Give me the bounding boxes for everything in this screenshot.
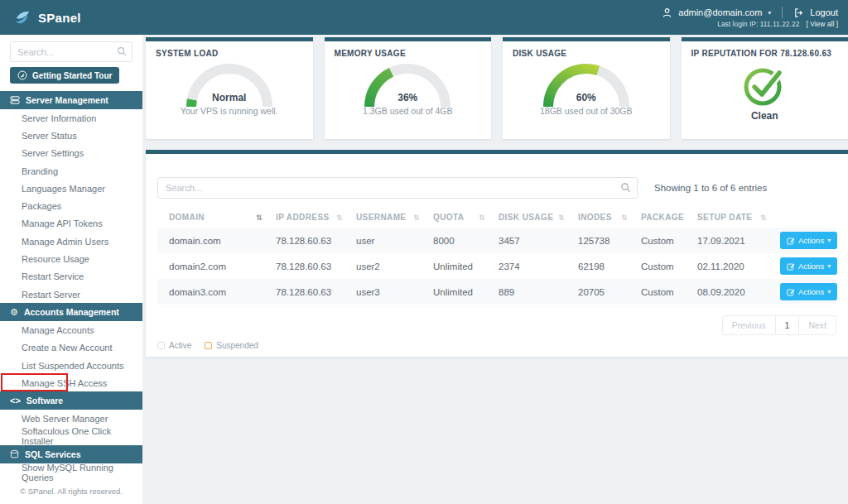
suspended-swatch-icon [205,342,212,349]
sort-icon[interactable]: ⇅ [479,214,485,222]
sidebar-item-branding[interactable]: Branding [0,162,142,180]
search-icon [117,46,127,56]
pagination-next-button[interactable]: Next [799,315,836,335]
sidebar-item-manage-accounts[interactable]: Manage Accounts [0,321,142,338]
sidebar-item-manage-api-tokens[interactable]: Manage API Tokens [0,215,142,233]
system-load-gauge: Normal [181,59,277,110]
legend-suspended: Suspended [205,341,258,350]
sidebar-item-server-status[interactable]: Server Status [0,127,142,144]
actions-label: Actions [798,262,824,271]
sidebar-item-restart-service[interactable]: Restart Service [0,268,142,286]
sidebar-item-create-a-new-account[interactable]: Create a New Account [0,339,142,357]
chevron-down-icon: ▾ [768,9,771,17]
pagination-page-1-button[interactable]: 1 [776,315,800,335]
last-login-text: Last login IP: 111.11.22.22 [717,20,799,28]
column-header-package[interactable]: PACKAGE [636,207,692,228]
gauge-value: 36% [359,92,455,103]
sort-icon[interactable]: ⇅ [760,214,767,222]
cell-setup-date: 02.11.2020 [692,253,775,279]
sidebar-item-resource-usage[interactable]: Resource Usage [0,250,142,267]
cell-package: Custom [636,228,692,253]
column-header-inodes[interactable]: INODES⇅ [573,207,636,228]
actions-button[interactable]: Actions ▾ [780,232,837,249]
main-content: SYSTEM LOAD Normal Your VPS is running w… [142,35,848,504]
sort-icon[interactable]: ⇅ [413,214,420,222]
disk-usage-gauge: 60% [538,59,634,110]
stat-cards-row: SYSTEM LOAD Normal Your VPS is running w… [146,37,848,139]
column-header-disk-usage[interactable]: DISK USAGE⇅ [494,207,573,228]
section-server-management[interactable]: Server Management [0,91,142,109]
edit-icon [787,262,795,271]
sort-icon[interactable]: ⇅ [621,214,628,222]
table-search [157,177,638,199]
cell-setup-date: 17.09.2021 [692,228,775,253]
sidebar-item-restart-server[interactable]: Restart Server [0,286,142,303]
column-label: PACKAGE [641,213,684,222]
table-row: domain3.com 78.128.60.63 user3 Unlimited… [157,279,836,305]
actions-label: Actions [798,287,824,296]
column-header-domain[interactable]: DOMAIN⇅ [157,207,271,228]
spanel-logo-icon [13,8,31,26]
sort-icon[interactable]: ⇅ [256,214,263,222]
item-label: Server Settings [22,148,84,158]
cell-setup-date: 08.09.2020 [692,279,775,305]
section-sql-services[interactable]: SQL Services [0,445,142,463]
spanel-dashboard: SPanel admin@domain.com ▾ [0,0,848,504]
cell-inodes: 125738 [573,228,636,253]
sidebar-item-web-server-manager[interactable]: Web Server Manager [0,410,142,427]
chevron-down-icon: ▾ [827,288,831,295]
legend-active: Active [157,341,191,350]
table-search-input[interactable] [157,177,638,199]
sidebar-item-server-settings[interactable]: Server Settings [0,145,142,162]
sidebar-item-languages-manager[interactable]: Languages Manager [0,180,142,197]
user-email-menu[interactable]: admin@domain.com [678,7,762,17]
cell-quota: 8000 [428,228,494,253]
column-header-quota[interactable]: QUOTA⇅ [428,207,494,228]
column-header-setup-date[interactable]: SETUP DATE⇅ [692,207,775,228]
column-header-username[interactable]: USERNAME⇅ [351,207,428,228]
sidebar-item-show-mysql-running-queries[interactable]: Show MySQL Running Queries [0,463,142,481]
item-label: Web Server Manager [22,414,108,424]
actions-button[interactable]: Actions ▾ [780,257,837,275]
card-title: DISK USAGE [513,49,660,58]
column-header-ip-address[interactable]: IP ADDRESS⇅ [271,207,351,228]
sidebar-item-manage-ssh-access[interactable]: Manage SSH Access [0,374,142,391]
item-label: Restart Service [22,271,84,281]
cell-domain: domain2.com [157,253,271,279]
table-header-row: DOMAIN⇅ IP ADDRESS⇅ USERNAME⇅ QUOTA⇅ DIS… [157,207,836,228]
view-all-link[interactable]: [ View all ] [806,20,838,28]
user-row: admin@domain.com ▾ Logout [662,7,838,18]
sidebar-item-list-suspended-accounts[interactable]: List Suspended Accounts [0,357,142,374]
chevron-down-icon: ▾ [827,237,831,244]
edit-icon [787,288,795,296]
item-label: List Suspended Accounts [22,361,124,371]
brand[interactable]: SPanel [13,8,81,26]
item-label: Branding [22,166,58,176]
item-label: Server Status [22,131,77,141]
section-accounts-management[interactable]: ⚙ Accounts Management [0,303,142,321]
sort-icon[interactable]: ⇅ [336,214,343,222]
actions-button[interactable]: Actions ▾ [780,283,837,300]
section-software[interactable]: <> Software [0,391,142,410]
sidebar-search-input[interactable] [10,41,132,62]
card-title: MEMORY USAGE [335,49,482,58]
sort-icon[interactable]: ⇅ [558,214,565,222]
item-label: Manage Admin Users [22,237,108,247]
top-bar-right: admin@domain.com ▾ Logout Last login IP:… [662,7,838,28]
cell-ip: 78.128.60.63 [271,279,351,305]
pagination: Previous 1 Next [157,315,836,335]
sidebar-item-manage-admin-users[interactable]: Manage Admin Users [0,233,142,250]
gauge-value: Normal [181,92,277,103]
sidebar-item-packages[interactable]: Packages [0,197,142,214]
sidebar-item-softaculous-one-click-installer[interactable]: Softaculous One Click Installer [0,428,142,445]
check-circle-icon [742,62,787,108]
cell-username: user [351,228,428,253]
logout-button[interactable]: Logout [810,7,838,17]
tour-button-label: Getting Started Tour [32,71,112,80]
sidebar-item-server-information[interactable]: Server Information [0,109,142,127]
sidebar: Getting Started Tour Server Management S… [0,35,142,504]
ip-reputation-card: IP REPUTATION FOR 78.128.60.63 Clean [682,37,848,139]
getting-started-tour-button[interactable]: Getting Started Tour [10,67,119,84]
table-row: domain.com 78.128.60.63 user 8000 3457 1… [157,228,836,253]
pagination-previous-button[interactable]: Previous [722,315,776,335]
